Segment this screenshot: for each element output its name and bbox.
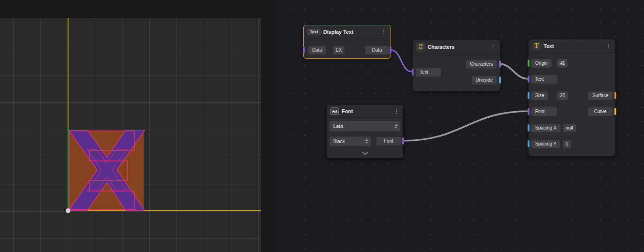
- port-surface-output[interactable]: [614, 92, 616, 99]
- node-title: Characters: [428, 44, 454, 50]
- socket-label-spacing-y: Spacing Y: [531, 140, 560, 148]
- node-characters-header[interactable]: AB ÄB Characters ⋮: [413, 40, 500, 53]
- node-title: Display Text: [323, 29, 353, 35]
- node-display-text[interactable]: Text Display Text ⋮ Data EX Data: [303, 25, 391, 59]
- kebab-menu-icon[interactable]: ⋮: [393, 108, 399, 114]
- port-curve-output[interactable]: [614, 108, 616, 115]
- text-icon-glyph: T: [534, 42, 538, 50]
- stepper-icon: [395, 124, 398, 129]
- font-family-dropdown[interactable]: Lato: [330, 121, 400, 131]
- port-spacing-y-input[interactable]: [528, 140, 529, 147]
- socket-label-font-out[interactable]: Font: [376, 137, 401, 145]
- node-text-header[interactable]: T Text ⋮: [529, 39, 615, 53]
- font-style-dropdown[interactable]: Black: [330, 137, 371, 146]
- port-origin-input[interactable]: [528, 60, 529, 67]
- font-icon: Aa: [330, 107, 339, 115]
- rendered-letter-x: [69, 130, 145, 211]
- socket-label-characters-out[interactable]: Characters: [466, 60, 497, 69]
- kebab-menu-icon[interactable]: ⋮: [381, 29, 387, 35]
- socket-label-size: Size: [531, 92, 548, 100]
- kebab-menu-icon[interactable]: ⋮: [606, 43, 612, 49]
- port-size-input[interactable]: [528, 92, 529, 99]
- axis-y-upper: [68, 18, 69, 128]
- port-characters-output[interactable]: [499, 61, 501, 68]
- font-icon-glyph: Aa: [332, 109, 337, 114]
- sliders-icon: [560, 61, 565, 66]
- node-display-text-header[interactable]: Text Display Text ⋮: [304, 25, 391, 38]
- origin-options-button[interactable]: [557, 59, 567, 68]
- value-spacing-y[interactable]: 1: [563, 140, 571, 148]
- app-window: Text Display Text ⋮ Data EX Data AB ÄB C…: [0, 0, 644, 252]
- socket-label-surface-out[interactable]: Surface: [588, 92, 613, 100]
- collapse-icon[interactable]: [361, 149, 369, 157]
- node-text[interactable]: T Text ⋮ Origin Text Size 20 Font Spacin…: [528, 39, 616, 156]
- node-type-badge: Text: [307, 29, 321, 35]
- node-font-header[interactable]: Aa Font ⋮: [327, 105, 403, 118]
- node-title: Text: [544, 43, 554, 49]
- characters-icon-row2: ÄB: [419, 47, 423, 50]
- port-unicode-output[interactable]: [499, 76, 501, 84]
- kebab-menu-icon[interactable]: ⋮: [490, 44, 496, 50]
- port-data-output[interactable]: [390, 46, 391, 53]
- socket-label-text: Text: [531, 75, 557, 84]
- characters-icon-row1: AB: [419, 44, 423, 47]
- port-font-output[interactable]: [402, 137, 404, 145]
- stepper-icon: [365, 139, 368, 144]
- port-text-input[interactable]: [412, 69, 414, 76]
- socket-label-spacing-x: Spacing X: [531, 124, 560, 132]
- socket-label-origin: Origin: [531, 59, 552, 68]
- socket-label-data-out[interactable]: Data: [365, 46, 389, 54]
- text-icon: T: [532, 42, 541, 50]
- socket-label-curve-out[interactable]: Curve: [588, 107, 613, 116]
- port-data-input[interactable]: [303, 46, 305, 53]
- value-spacing-x[interactable]: null: [563, 124, 576, 132]
- node-font[interactable]: Aa Font ⋮ Lato Black Font: [326, 104, 404, 159]
- characters-icon: AB ÄB: [416, 43, 425, 51]
- socket-label-data-in: Data: [308, 46, 326, 54]
- socket-label-font: Font: [531, 107, 557, 116]
- value-data-input[interactable]: EX: [333, 46, 345, 54]
- port-spacing-x-input[interactable]: [528, 124, 529, 131]
- socket-label-unicode-out[interactable]: Unicode: [472, 76, 497, 84]
- port-text-input[interactable]: [528, 76, 529, 83]
- socket-label-text-in: Text: [416, 68, 441, 76]
- font-family-value: Lato: [333, 124, 343, 129]
- node-title: Font: [342, 108, 353, 114]
- font-style-value: Black: [333, 139, 345, 144]
- origin-point[interactable]: [66, 208, 70, 213]
- value-size[interactable]: 20: [557, 92, 568, 100]
- node-characters[interactable]: AB ÄB Characters ⋮ Characters Text Unico…: [412, 40, 500, 92]
- port-font-input[interactable]: [528, 108, 529, 115]
